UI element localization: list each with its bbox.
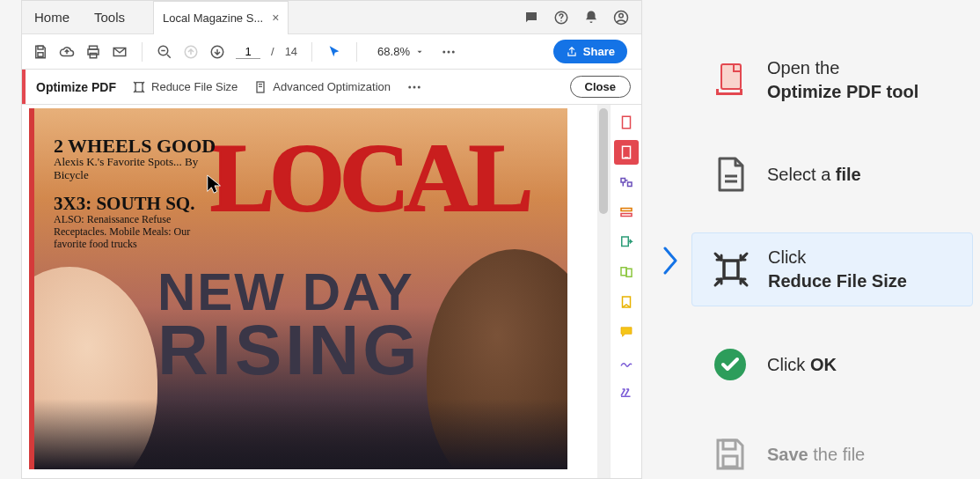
main-toolbar: / 14 68.8% Share [22,34,641,70]
vertical-scrollbar[interactable] [597,105,610,478]
zoom-dropdown[interactable]: 68.8% [371,42,430,61]
reduce-icon [132,80,146,94]
step-2: Select a file [697,143,973,206]
step-3-active: Click Reduce File Size [691,232,973,306]
svg-rect-5 [38,52,43,56]
svg-rect-22 [622,146,630,158]
svg-rect-33 [740,89,742,94]
skyline-silhouette [34,399,567,469]
tools-rail [610,105,641,478]
share-button[interactable]: Share [553,40,627,63]
rail-create-pdf-icon[interactable] [614,110,639,135]
magazine-title: LOCAL [210,122,528,234]
svg-rect-27 [626,269,632,276]
rail-comment-icon[interactable] [614,320,639,344]
rail-export-icon[interactable] [614,230,639,254]
email-icon[interactable] [112,44,128,60]
step-2-line1: Select a [767,165,836,184]
step-4: Click OK [697,333,973,396]
svg-rect-4 [38,46,43,49]
title-tabs: Home Tools Local Magazine S... × [22,1,523,34]
mouse-cursor-icon [205,173,224,196]
rail-optimize-pdf-icon[interactable] [614,140,639,165]
save-icon[interactable] [33,44,48,60]
svg-point-3 [619,13,624,18]
svg-point-14 [447,50,450,53]
chat-icon[interactable] [523,10,539,26]
svg-rect-30 [721,64,741,89]
scrollbar-thumb[interactable] [599,108,608,214]
more-options-icon[interactable] [406,79,422,95]
tutorial-steps: Open the Optimize PDF tool Select a file… [642,0,980,479]
svg-rect-25 [621,237,628,247]
step-4-text: Click OK [767,353,837,377]
step-5-line1: the file [808,445,865,464]
page-number-input[interactable] [236,45,260,59]
step-1-text: Open the Optimize PDF tool [767,56,918,104]
home-tab[interactable]: Home [22,1,82,34]
reduce-label: Reduce File Size [151,80,238,93]
svg-rect-23 [621,209,632,211]
step-2-bold: file [836,165,861,184]
magazine-sub-2: ALSO: Renaissance Refuse Receptacles. Mo… [54,214,221,250]
svg-point-19 [413,85,415,88]
tools-tab[interactable]: Tools [82,1,137,34]
svg-rect-29 [621,396,631,398]
step-5: Save the file [697,423,973,479]
step-3-line1: Click [768,247,806,267]
file-icon [711,155,750,194]
step-1: Open the Optimize PDF tool [697,44,973,116]
document-view[interactable]: LOCAL 2 WHEELS GOOD Alexis K.'s Favorite… [22,105,597,478]
reduce-file-size-icon [712,250,750,289]
acrobat-window: Home Tools Local Magazine S... × [21,0,642,479]
svg-rect-32 [716,89,719,94]
rail-combine-icon[interactable] [614,260,639,284]
page-up-icon[interactable] [183,44,199,60]
share-label: Share [583,45,615,58]
svg-rect-31 [716,92,742,95]
step-3-bold: Reduce File Size [768,271,907,291]
active-step-caret-icon [660,245,681,276]
magazine-headline-2: 3X3: SOUTH SQ. [54,193,194,215]
svg-rect-35 [724,261,738,278]
close-tab-icon[interactable]: × [272,11,279,25]
page-separator: / [271,45,274,58]
cloud-upload-icon[interactable] [59,44,75,60]
profile-icon[interactable] [613,10,629,26]
zoom-out-icon[interactable] [157,44,172,60]
pdf-page: LOCAL 2 WHEELS GOOD Alexis K.'s Favorite… [29,108,567,469]
separator [311,42,312,62]
rail-organize-icon[interactable] [614,200,639,225]
title-bar-right [523,10,641,26]
step-4-bold: OK [810,355,837,374]
optimize-toolbar: Optimize PDF Reduce File Size Advanced O… [22,70,641,105]
rail-redact-icon[interactable] [614,380,639,404]
print-icon[interactable] [85,44,101,60]
step-3-text: Click Reduce File Size [768,246,907,293]
page-down-icon[interactable] [209,44,225,60]
rail-edit-icon[interactable] [614,170,639,195]
step-1-line1: Open the [767,58,839,77]
rail-fill-sign-icon[interactable] [614,350,639,374]
step-2-text: Select a file [767,163,861,187]
step-1-bold: Optimize PDF tool [767,82,918,101]
advanced-label: Advanced Optimization [273,80,391,93]
optimize-pdf-tool-icon [711,61,750,99]
reduce-file-size-button[interactable]: Reduce File Size [132,80,238,94]
advanced-optimization-button[interactable]: Advanced Optimization [253,80,391,94]
more-icon[interactable] [441,44,457,60]
selection-tool-icon[interactable] [326,44,342,60]
close-toolbar-button[interactable]: Close [570,76,631,98]
rail-protect-icon[interactable] [614,290,639,314]
step-4-line1: Click [767,355,810,374]
optimize-pdf-title: Optimize PDF [36,80,116,94]
svg-rect-26 [621,268,626,276]
separator [356,42,357,62]
magazine-sub-1: Alexis K.'s Favorite Spots... By Bicycle [54,156,212,182]
document-tab[interactable]: Local Magazine S... × [153,1,289,34]
help-icon[interactable] [553,10,569,26]
advanced-icon [253,80,267,94]
title-bar: Home Tools Local Magazine S... × [22,1,641,34]
bell-icon[interactable] [583,10,599,26]
checkmark-icon [711,345,750,384]
